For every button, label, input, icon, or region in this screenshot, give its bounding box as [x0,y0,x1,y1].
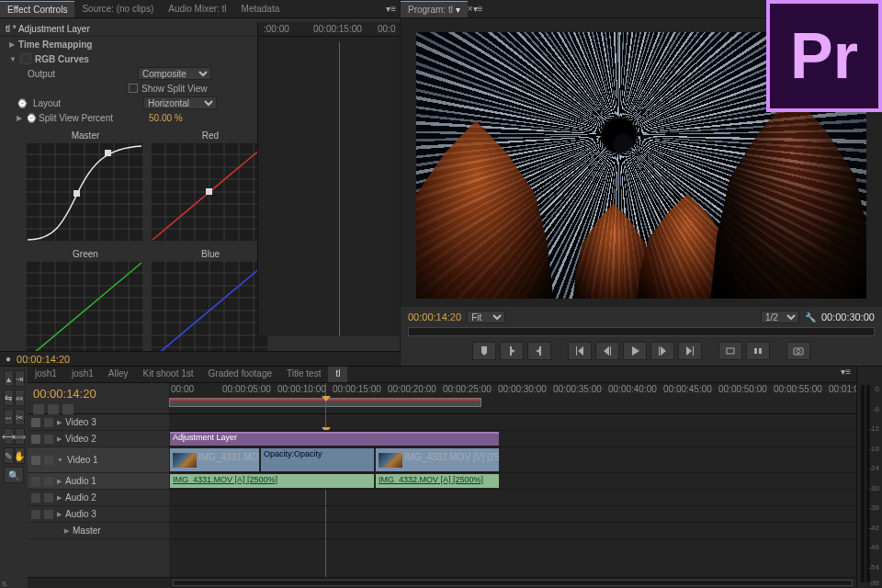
timeline-timecode[interactable]: 00:00:14:20 [33,387,164,401]
settings-icon[interactable]: 🔧 [805,312,816,322]
extract-button[interactable] [746,342,770,360]
output-select[interactable]: Composite [138,67,211,80]
timeline-zoom-scroller[interactable] [173,580,853,586]
razor-tool[interactable]: ✂ [15,409,25,425]
panel-menu-icon[interactable]: ▾≡ [473,4,483,14]
pen-tool[interactable]: ✎ [4,447,14,464]
track-header-a2[interactable]: ▶Audio 2 [28,490,169,506]
sequence-tab[interactable]: Graded footage [201,367,280,382]
speaker-icon[interactable] [31,477,40,486]
ruler-mark: 00:00:20:00 [388,384,436,394]
ruler-mark: 00:00:15:00 [333,384,381,394]
track-header-v2[interactable]: ▶Video 2 [28,431,169,447]
lift-button[interactable] [718,342,742,360]
clip-adjustment-layer[interactable]: Adjustment Layer [169,431,500,447]
clip-audio-1[interactable]: IMG_4331.MOV [A] [2500%] [169,473,375,489]
track-v3[interactable] [169,414,856,431]
clip-video-2[interactable]: IMG_4332.MOV [V] [2500%] [375,447,500,472]
zoom-tool[interactable]: 🔍 [4,467,24,483]
rate-stretch-tool[interactable]: ↔ [4,409,14,425]
mark-out-button[interactable] [527,342,551,360]
timeline-ruler[interactable]: 00:00 00:00:05:00 00:00:10:00 00:00:15:0… [169,383,856,413]
go-to-out-button[interactable] [678,342,702,360]
curve-green[interactable] [26,261,143,351]
tab-source[interactable]: Source: (no clips) [74,1,161,17]
eye-icon[interactable] [31,418,40,427]
clip-video-1[interactable]: IMG_4331.MOV [V] [2500%] [169,447,260,472]
panel-menu-icon[interactable]: ▾≡ [841,367,851,382]
rolling-edit-tool[interactable]: ⇔ [15,390,25,406]
track-header-v3[interactable]: ▶Video 3 [28,414,169,431]
step-forward-button[interactable] [650,342,674,360]
prop-split-percent-value[interactable]: 50.00 % [149,113,183,123]
sequence-tab[interactable]: Alley [101,367,136,382]
effect-controls-timeline[interactable]: :00:00 00:00:15:00 00:0 [257,22,400,336]
curve-blue-label: Blue [151,249,270,259]
play-button[interactable] [623,342,647,360]
clip-opacity-segment[interactable]: Opacity:Opacity [260,447,375,472]
effect-controls-timecode[interactable]: 00:00:14:20 [17,354,70,365]
effect-controls-playhead-toggle-icon[interactable]: ● [6,354,11,364]
go-to-in-button[interactable] [568,342,592,360]
track-a3[interactable] [169,506,856,523]
slip-tool[interactable]: ⟷ [4,428,14,445]
ec-ruler-mark: :00:00 [264,24,289,34]
hand-tool[interactable]: ✋ [15,447,25,464]
clip-audio-2[interactable]: IMG_4332.MOV [A] [2500%] [375,473,500,489]
step-back-button[interactable] [595,342,619,360]
track-header-a3[interactable]: ▶Audio 3 [28,506,169,523]
stopwatch-icon[interactable]: ⌚ [17,98,28,108]
meter-tick: dB [870,579,879,587]
track-v2[interactable]: Adjustment Layer [169,431,856,447]
curve-red[interactable] [151,142,268,242]
tab-audio-mixer[interactable]: Audio Mixer: tl [161,1,233,17]
tab-metadata[interactable]: Metadata [234,1,288,17]
ripple-edit-tool[interactable]: ⇆ [4,390,14,406]
sequence-tab[interactable]: Kit shoot 1st [136,367,201,382]
track-select-tool[interactable]: ⇥ [15,370,25,387]
sequence-tab[interactable]: josh1 [64,367,101,382]
selection-tool[interactable]: ▴ [4,370,14,387]
track-a1[interactable]: IMG_4331.MOV [A] [2500%] IMG_4332.MOV [A… [169,473,856,490]
speaker-icon[interactable] [31,510,40,519]
track-header-v1[interactable]: ▼Video 1 [28,447,169,473]
mark-in-button[interactable] [500,342,524,360]
effect-controls-playhead[interactable] [339,42,340,336]
track-header-a1[interactable]: ▶Audio 1 [28,473,169,490]
timeline-playhead[interactable] [325,383,326,413]
track-v1[interactable]: IMG_4331.MOV [V] [2500%] Opacity:Opacity… [169,447,856,473]
meter-tick: -6 [873,405,879,413]
stopwatch-icon[interactable]: ⌚ [26,113,37,123]
curve-master[interactable] [26,142,143,242]
tab-effect-controls[interactable]: Effect Controls [0,1,74,17]
sequence-tab[interactable]: tl [328,367,347,382]
track-header-master[interactable]: ▶Master [28,523,169,539]
sequence-tab[interactable]: josh1 [28,367,64,382]
eye-icon[interactable] [31,456,40,465]
curve-green-label: Green [26,249,145,259]
tab-program[interactable]: Program: tl ▾ [401,1,468,17]
panel-menu-icon[interactable]: ▾≡ [386,4,396,14]
resolution-select[interactable]: 1/2 [761,311,799,323]
curve-blue[interactable] [151,261,268,351]
zoom-fit-select[interactable]: Fit [467,311,505,323]
slide-tool[interactable]: ⟺ [15,428,25,445]
lock-icon[interactable] [44,510,53,519]
track-master[interactable] [169,523,856,539]
add-marker-button[interactable] [472,342,496,360]
sequence-tab[interactable]: Title test [279,367,328,382]
eye-icon[interactable] [31,435,40,444]
lock-icon[interactable] [44,435,53,444]
lock-icon[interactable] [44,456,53,465]
meter-tick: -12 [868,424,879,433]
lock-icon[interactable] [44,418,53,427]
speaker-icon[interactable] [31,493,40,503]
layout-select[interactable]: Horizontal [143,96,217,109]
lock-icon[interactable] [44,493,53,503]
program-timecode[interactable]: 00:00:14:20 [408,311,461,322]
lock-icon[interactable] [44,477,53,486]
show-split-checkbox[interactable] [129,84,138,93]
export-frame-button[interactable] [786,342,810,360]
program-scrub-bar[interactable] [408,327,875,336]
track-a2[interactable] [169,490,856,506]
